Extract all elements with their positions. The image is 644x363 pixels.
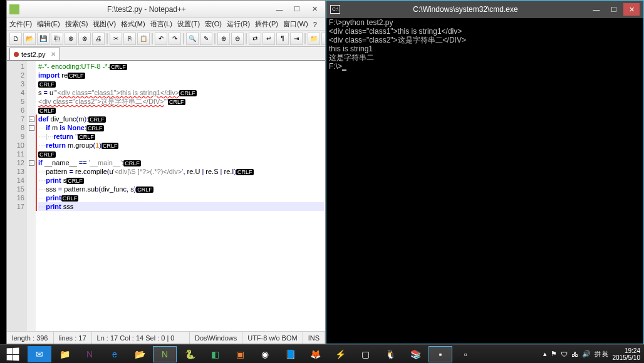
close-button[interactable]: ✕ bbox=[623, 3, 640, 16]
code-area[interactable]: #-*- encoding:UTF-8 -*-CRLFimport reCRLF… bbox=[36, 61, 325, 331]
minimize-button[interactable]: — bbox=[271, 3, 288, 16]
tray-av-icon[interactable]: 🛡 bbox=[561, 350, 568, 358]
allchars-icon[interactable]: ¶ bbox=[276, 33, 289, 45]
taskbar-clock[interactable]: 19:24 2015/5/10 bbox=[613, 347, 641, 361]
code-line[interactable]: ····return m.group(1)CRLF bbox=[38, 141, 324, 150]
zoomout-icon[interactable]: ⊖ bbox=[231, 33, 244, 45]
menu-item[interactable]: 视图(V) bbox=[93, 19, 116, 29]
code-line[interactable]: #-*- encoding:UTF-8 -*-CRLF bbox=[38, 62, 324, 71]
menu-item[interactable]: 文件(F) bbox=[9, 19, 32, 29]
tb-qq[interactable]: 🐧 bbox=[378, 346, 402, 362]
code-line[interactable]: CRLF bbox=[38, 150, 324, 158]
editor[interactable]: 1234567891011121314151617 −−− #-*- encod… bbox=[7, 61, 325, 331]
status-enc: UTF-8 w/o BOM bbox=[242, 332, 303, 344]
print-icon[interactable]: 🖨 bbox=[92, 33, 105, 45]
tb-app-1[interactable]: ✉ bbox=[28, 346, 51, 362]
tray-net-icon[interactable]: 🖧 bbox=[571, 350, 578, 358]
tb-app-4[interactable]: ⚡ bbox=[328, 346, 352, 362]
menu-item[interactable]: ? bbox=[313, 21, 317, 28]
code-line[interactable]: CRLF bbox=[38, 79, 324, 88]
tb-notepadpp[interactable]: N bbox=[153, 346, 177, 362]
start-button[interactable] bbox=[0, 345, 25, 364]
open-icon[interactable]: 📂 bbox=[23, 33, 36, 45]
tb-folder[interactable]: 📂 bbox=[128, 346, 152, 362]
maximize-button[interactable]: ☐ bbox=[606, 3, 622, 16]
npp-titlebar[interactable]: F:\test2.py - Notepad++ — ☐ ✕ bbox=[7, 1, 325, 18]
menu-item[interactable]: 窗口(W) bbox=[283, 19, 308, 29]
desktop: F:\test2.py - Notepad++ — ☐ ✕ 文件(F)编辑(E)… bbox=[0, 0, 644, 363]
minimize-button[interactable]: — bbox=[588, 3, 605, 16]
tb-onenote[interactable]: N bbox=[78, 346, 101, 362]
tb-explorer[interactable]: 📁 bbox=[53, 346, 76, 362]
code-line[interactable]: ····sss = pattern.sub(div_func, s)CRLF bbox=[38, 185, 324, 193]
menu-item[interactable]: 插件(P) bbox=[255, 19, 278, 29]
code-line[interactable]: s = u'''<div class="class1">this is stri… bbox=[38, 88, 324, 97]
find-icon[interactable]: 🔍 bbox=[186, 33, 199, 45]
indent-icon[interactable]: ⇥ bbox=[290, 33, 303, 45]
code-line[interactable]: import reCRLF bbox=[38, 71, 324, 79]
code-line[interactable]: ····if m is None:CRLF bbox=[38, 123, 324, 132]
taskbar-apps: ✉ 📁 N e 📂 N 🐍 ◧ ▣ ◉ 📘 🦊 ⚡ ▢ 🐧 📚 ▪ ▫ bbox=[25, 345, 539, 363]
tb-python[interactable]: 🐍 bbox=[178, 346, 202, 362]
undo-icon[interactable]: ↶ bbox=[155, 33, 167, 45]
tb-ie[interactable]: e bbox=[103, 346, 127, 362]
redo-icon[interactable]: ↷ bbox=[169, 33, 181, 45]
tb-books[interactable]: 📚 bbox=[403, 346, 427, 362]
tb-app-5[interactable]: ▫ bbox=[454, 346, 477, 362]
cmd-line: F:\> bbox=[329, 62, 641, 71]
new-icon[interactable]: 🗋 bbox=[9, 33, 22, 45]
cmd-line: this is string1 bbox=[329, 44, 641, 53]
tray-vol-icon[interactable]: 🔊 bbox=[582, 350, 591, 358]
paste-icon[interactable]: 📋 bbox=[137, 33, 150, 45]
code-line[interactable]: ····printCRLF bbox=[38, 193, 324, 202]
replace-icon[interactable]: ✎ bbox=[200, 33, 212, 45]
file-tab[interactable]: test2.py ✕ bbox=[9, 48, 60, 60]
code-line[interactable]: ····|···return ''CRLF bbox=[38, 132, 324, 141]
folder-icon[interactable]: 📁 bbox=[308, 33, 320, 45]
menu-item[interactable]: 宏(O) bbox=[205, 19, 222, 29]
menu-item[interactable]: 编辑(E) bbox=[37, 19, 60, 29]
tb-firefox[interactable]: 🦊 bbox=[303, 346, 327, 362]
code-line[interactable]: ····print sss bbox=[38, 202, 324, 211]
save-icon[interactable]: 💾 bbox=[37, 33, 49, 45]
menu-item[interactable]: 语言(L) bbox=[150, 19, 172, 29]
sync-icon[interactable]: ⇄ bbox=[249, 33, 261, 45]
wrap-icon[interactable]: ↵ bbox=[262, 33, 275, 45]
cmd-icon: C:\ bbox=[330, 5, 340, 14]
saveall-icon[interactable]: ⿻ bbox=[51, 33, 63, 45]
tray-flag-icon[interactable]: ⚑ bbox=[551, 350, 557, 358]
tb-chrome[interactable]: ◉ bbox=[253, 346, 277, 362]
tb-xshell[interactable]: ▢ bbox=[353, 346, 377, 362]
copy-icon[interactable]: ⎘ bbox=[123, 33, 136, 45]
npp-title: F:\test2.py - Notepad++ bbox=[23, 5, 270, 14]
menu-item[interactable]: 设置(T) bbox=[177, 19, 200, 29]
code-line[interactable]: <div class="class2">这是字符串二</DIV>'''CRLF bbox=[38, 97, 324, 106]
tb-app-2[interactable]: ◧ bbox=[203, 346, 227, 362]
cmd-titlebar[interactable]: C:\ C:\Windows\system32\cmd.exe — ☐ ✕ bbox=[326, 1, 643, 18]
zoomin-icon[interactable]: ⊕ bbox=[217, 33, 230, 45]
close-button[interactable]: ✕ bbox=[306, 3, 323, 16]
closeall-icon[interactable]: ⊗ bbox=[78, 33, 91, 45]
tb-word[interactable]: 📘 bbox=[278, 346, 302, 362]
tb-cmd[interactable]: ▪ bbox=[428, 346, 452, 362]
fold-gutter[interactable]: −−− bbox=[27, 61, 36, 331]
tray-ime[interactable]: 拼 英 bbox=[595, 350, 609, 359]
code-line[interactable]: CRLF bbox=[38, 106, 324, 115]
cmd-output[interactable]: F:\>python test2.py<div class="class1">t… bbox=[326, 18, 643, 71]
funclist-icon[interactable]: ☰ bbox=[321, 33, 325, 45]
code-line[interactable]: if __name__ == '__main__':CRLF bbox=[38, 158, 324, 167]
menu-item[interactable]: 搜索(S) bbox=[65, 19, 88, 29]
menu-item[interactable]: 格式(M) bbox=[121, 19, 145, 29]
date: 2015/5/10 bbox=[613, 354, 641, 361]
tab-close-icon[interactable]: ✕ bbox=[51, 51, 56, 58]
maximize-button[interactable]: ☐ bbox=[289, 3, 305, 16]
code-line[interactable]: ····pattern = re.compile(u'<div[\S ]*?>(… bbox=[38, 167, 324, 176]
tb-app-3[interactable]: ▣ bbox=[228, 346, 252, 362]
tray-up-icon[interactable]: ▴ bbox=[543, 350, 547, 358]
close-icon[interactable]: ⊗ bbox=[65, 33, 77, 45]
menu-item[interactable]: 运行(R) bbox=[227, 19, 250, 29]
code-line[interactable]: def div_func(m):CRLF bbox=[38, 115, 324, 123]
cut-icon[interactable]: ✂ bbox=[110, 33, 122, 45]
modified-dot-icon bbox=[14, 52, 19, 57]
code-line[interactable]: ····print sCRLF bbox=[38, 176, 324, 185]
